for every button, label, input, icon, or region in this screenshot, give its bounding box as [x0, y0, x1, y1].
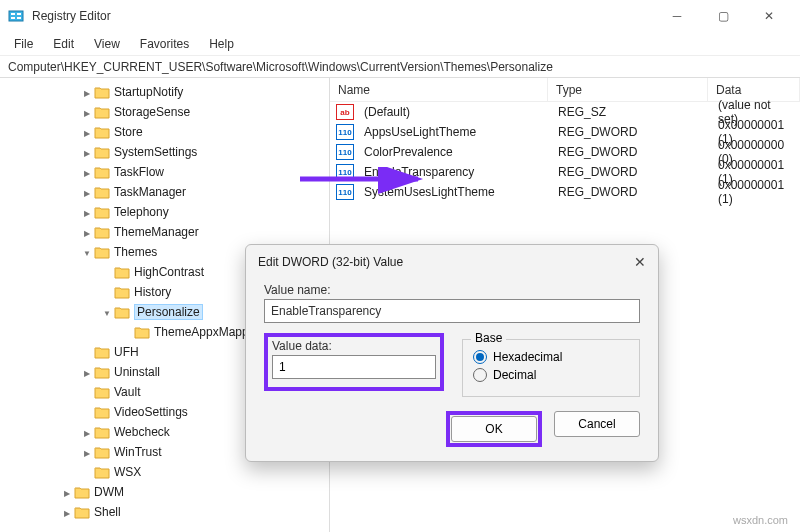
- binary-value-icon: 110: [336, 144, 354, 160]
- tree-label: WinTrust: [114, 445, 162, 459]
- menu-favorites[interactable]: Favorites: [130, 34, 199, 54]
- menu-file[interactable]: File: [4, 34, 43, 54]
- value-type: REG_DWORD: [550, 125, 710, 139]
- tree-item[interactable]: ▶DWM: [0, 482, 329, 502]
- tree-item[interactable]: ▶TaskManager: [0, 182, 329, 202]
- dialog-close-button[interactable]: ✕: [634, 254, 646, 270]
- tree-label: WSX: [114, 465, 141, 479]
- dialog-titlebar[interactable]: Edit DWORD (32-bit) Value ✕: [246, 245, 658, 279]
- svg-rect-2: [11, 17, 15, 19]
- tree-label: HighContrast: [134, 265, 204, 279]
- value-name-label: Value name:: [264, 283, 640, 297]
- chevron-icon[interactable]: ▶: [80, 207, 94, 218]
- binary-value-icon: 110: [336, 124, 354, 140]
- tree-label: TaskFlow: [114, 165, 164, 179]
- base-label: Base: [471, 331, 506, 345]
- tree-item[interactable]: ▶StartupNotify: [0, 82, 329, 102]
- close-button[interactable]: ✕: [746, 0, 792, 32]
- chevron-icon[interactable]: ▶: [60, 487, 74, 498]
- base-fieldset: Base Hexadecimal Decimal: [462, 339, 640, 397]
- titlebar: Registry Editor ─ ▢ ✕: [0, 0, 800, 32]
- radio-icon: [473, 350, 487, 364]
- chevron-icon[interactable]: ▼: [100, 307, 114, 318]
- string-value-icon: ab: [336, 104, 354, 120]
- tree-label: UFH: [114, 345, 139, 359]
- watermark: wsxdn.com: [733, 514, 788, 526]
- chevron-icon[interactable]: ▶: [80, 167, 94, 178]
- tree-item[interactable]: ▶SystemSettings: [0, 142, 329, 162]
- tree-label: Personalize: [134, 304, 203, 320]
- tree-label: Store: [114, 125, 143, 139]
- value-data-label: Value data:: [272, 339, 436, 353]
- address-bar[interactable]: Computer\HKEY_CURRENT_USER\Software\Micr…: [0, 56, 800, 78]
- menu-help[interactable]: Help: [199, 34, 244, 54]
- tree-label: Telephony: [114, 205, 169, 219]
- regedit-icon: [8, 8, 24, 24]
- tree-label: SystemSettings: [114, 145, 197, 159]
- col-name[interactable]: Name: [330, 78, 548, 101]
- chevron-icon[interactable]: ▶: [80, 147, 94, 158]
- ok-button[interactable]: OK: [451, 416, 537, 442]
- tree-item[interactable]: ▶Store: [0, 122, 329, 142]
- svg-rect-4: [17, 17, 21, 19]
- tree-label: DWM: [94, 485, 124, 499]
- dialog-title: Edit DWORD (32-bit) Value: [258, 255, 403, 269]
- menubar: File Edit View Favorites Help: [0, 32, 800, 56]
- tree-label: TaskManager: [114, 185, 186, 199]
- chevron-icon[interactable]: ▶: [80, 87, 94, 98]
- chevron-icon[interactable]: ▶: [80, 367, 94, 378]
- chevron-icon[interactable]: ▶: [80, 187, 94, 198]
- value-data-highlight: Value data:: [264, 333, 444, 391]
- chevron-icon[interactable]: ▶: [80, 227, 94, 238]
- tree-label: Webcheck: [114, 425, 170, 439]
- edit-dword-dialog: Edit DWORD (32-bit) Value ✕ Value name: …: [245, 244, 659, 462]
- tree-item[interactable]: ▶Shell: [0, 502, 329, 522]
- value-name: AppsUseLightTheme: [356, 125, 550, 139]
- annotation-arrow: [300, 167, 430, 197]
- tree-label: StorageSense: [114, 105, 190, 119]
- menu-edit[interactable]: Edit: [43, 34, 84, 54]
- value-name-input[interactable]: [264, 299, 640, 323]
- tree-item[interactable]: WSX: [0, 462, 329, 482]
- chevron-icon[interactable]: ▼: [80, 247, 94, 258]
- tree-label: VideoSettings: [114, 405, 188, 419]
- chevron-icon[interactable]: ▶: [80, 447, 94, 458]
- radio-hexadecimal[interactable]: Hexadecimal: [473, 350, 629, 364]
- value-data-input[interactable]: [272, 355, 436, 379]
- tree-label: Vault: [114, 385, 140, 399]
- svg-rect-0: [9, 11, 23, 21]
- value-data: 0x00000001 (1): [710, 178, 800, 206]
- tree-label: ThemeManager: [114, 225, 199, 239]
- value-type: REG_DWORD: [550, 185, 710, 199]
- chevron-icon[interactable]: ▶: [80, 107, 94, 118]
- tree-item[interactable]: ▶TaskFlow: [0, 162, 329, 182]
- tree-label: Uninstall: [114, 365, 160, 379]
- radio-icon: [473, 368, 487, 382]
- ok-highlight: OK: [446, 411, 542, 447]
- value-type: REG_SZ: [550, 105, 710, 119]
- tree-label: Themes: [114, 245, 157, 259]
- value-type: REG_DWORD: [550, 165, 710, 179]
- svg-rect-3: [17, 13, 21, 15]
- maximize-button[interactable]: ▢: [700, 0, 746, 32]
- cancel-button[interactable]: Cancel: [554, 411, 640, 437]
- tree-label: History: [134, 285, 171, 299]
- tree-item[interactable]: ▶Telephony: [0, 202, 329, 222]
- menu-view[interactable]: View: [84, 34, 130, 54]
- radio-decimal[interactable]: Decimal: [473, 368, 629, 382]
- tree-item[interactable]: ▶StorageSense: [0, 102, 329, 122]
- value-name: ColorPrevalence: [356, 145, 550, 159]
- window-controls: ─ ▢ ✕: [654, 0, 792, 32]
- value-type: REG_DWORD: [550, 145, 710, 159]
- chevron-icon[interactable]: ▶: [60, 507, 74, 518]
- chevron-icon[interactable]: ▶: [80, 127, 94, 138]
- svg-rect-1: [11, 13, 15, 15]
- minimize-button[interactable]: ─: [654, 0, 700, 32]
- tree-label: Shell: [94, 505, 121, 519]
- window-title: Registry Editor: [32, 9, 654, 23]
- tree-label: ThemeAppxMapp: [154, 325, 249, 339]
- value-name: (Default): [356, 105, 550, 119]
- chevron-icon[interactable]: ▶: [80, 427, 94, 438]
- col-type[interactable]: Type: [548, 78, 708, 101]
- tree-item[interactable]: ▶ThemeManager: [0, 222, 329, 242]
